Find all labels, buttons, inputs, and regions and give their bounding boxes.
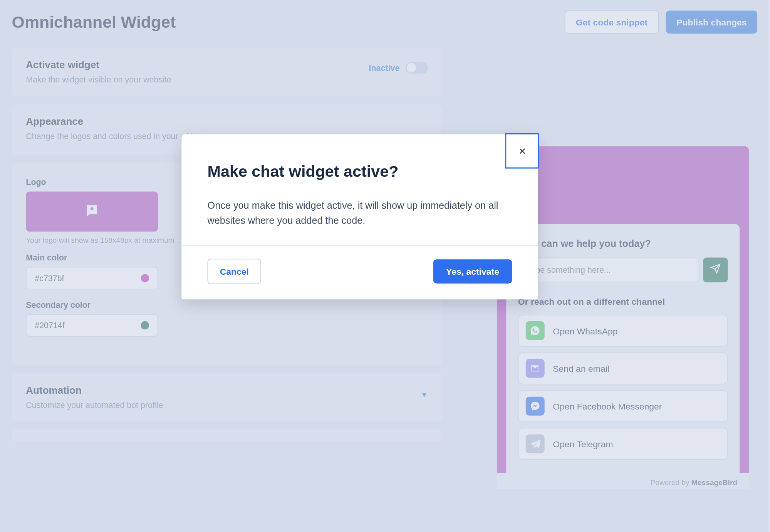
confirm-activate-button[interactable]: Yes, activate (433, 259, 512, 284)
activate-modal: ✕ Make chat widget active? Once you make… (181, 134, 538, 299)
modal-title: Make chat widget active? (208, 163, 512, 181)
modal-body-text: Once you make this widget active, it wil… (208, 198, 512, 229)
cancel-button[interactable]: Cancel (208, 258, 262, 284)
close-icon: ✕ (518, 145, 526, 156)
modal-close-button[interactable]: ✕ (505, 133, 539, 169)
